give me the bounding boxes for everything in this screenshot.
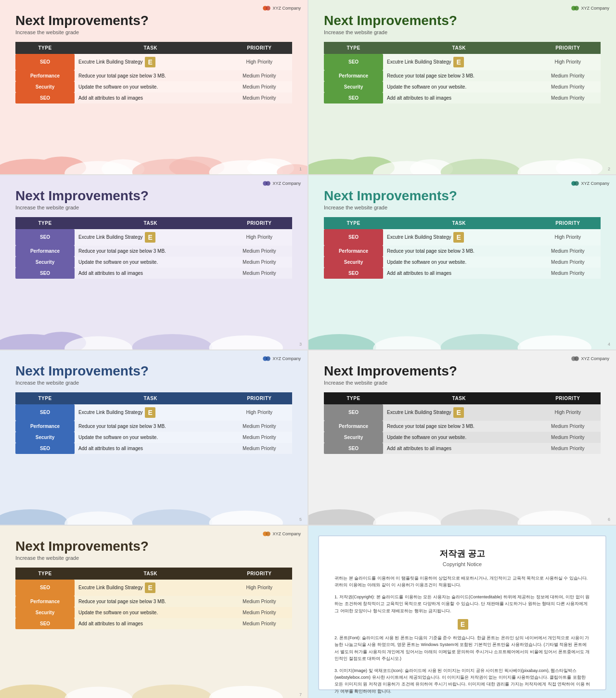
task-cell: Update the software on your website.	[383, 81, 535, 92]
table-row: Performance Reduce your total page size …	[324, 70, 601, 81]
slide-3-subtitle: Increase the website grade	[15, 205, 292, 210]
type-cell: Security	[324, 81, 383, 92]
logo-text-3: XYZ Company	[272, 181, 301, 186]
priority-cell: Medium Priority	[227, 268, 292, 279]
type-cell: SEO	[15, 618, 75, 629]
priority-cell: Medium Priority	[227, 92, 292, 103]
priority-cell: Medium Priority	[227, 81, 292, 92]
slide-2-subtitle: Increase the website grade	[324, 29, 601, 35]
cloud-decoration-3	[0, 323, 308, 349]
col-priority-7: PRIORITY	[227, 568, 292, 580]
task-cell: Reduce your total page size below 3 MB.	[383, 70, 535, 81]
slide-8-copyright: 저작권 공고 Copyright Notice 귀하는 본 슬라이드를 이용하여…	[308, 526, 616, 698]
task-cell: Excutre Link Building Strategy E	[383, 404, 535, 421]
col-priority-5: PRIORITY	[227, 392, 292, 404]
cloud-decoration-1	[0, 148, 308, 174]
slide-7-title: Next Improvements?	[15, 539, 292, 554]
task-cell: Update the software on your website.	[75, 432, 227, 443]
col-task-2: TASK	[383, 42, 535, 54]
slide-2-title: Next Improvements?	[324, 13, 601, 28]
type-cell: Performance	[324, 246, 383, 257]
table-row: SEO Add alt attributes to all images Med…	[324, 268, 601, 279]
type-cell: SEO	[15, 229, 75, 246]
table-row: Performance Reduce your total page size …	[15, 596, 292, 607]
task-cell: Update the software on your website.	[383, 257, 535, 268]
logo-1: XYZ Company	[262, 5, 301, 12]
priority-cell: High Priority	[227, 580, 292, 596]
priority-cell: Medium Priority	[535, 443, 601, 454]
copyright-text-3: 3. 이미지(Image) 및 색채코드(Icon): 슬라이드에 사용 된 이…	[334, 668, 590, 694]
page-num-5: 5	[299, 517, 302, 522]
col-type-2: TYPE	[324, 42, 383, 54]
task-cell: Excutre Link Building Strategy E	[383, 54, 535, 70]
svg-point-44	[518, 511, 591, 525]
slide-1-table: TYPE TASK PRIORITY SEO Excutre Link Buil…	[15, 42, 292, 103]
table-row: SEO Add alt attributes to all images Med…	[15, 618, 292, 629]
page-num-7: 7	[299, 692, 302, 697]
type-cell: Performance	[324, 70, 383, 81]
col-priority-4: PRIORITY	[535, 217, 601, 229]
logo-text-7: XYZ Company	[272, 531, 301, 536]
logo-icon-2	[571, 5, 579, 12]
type-cell: SEO	[15, 92, 75, 103]
priority-cell: High Priority	[535, 404, 601, 421]
task-cell: Reduce your total page size below 3 MB.	[75, 70, 227, 81]
priority-cell: Medium Priority	[227, 443, 292, 454]
task-cell: Excutre Link Building Strategy E	[383, 229, 535, 246]
deco-icon: E	[453, 232, 464, 243]
priority-cell: Medium Priority	[227, 596, 292, 607]
col-task-3: TASK	[75, 217, 227, 229]
slide-6-table: TYPE TASK PRIORITY SEO Excutre Link Buil…	[324, 392, 601, 454]
table-row: Security Update the software on your web…	[15, 257, 292, 268]
logo-5: XYZ Company	[262, 355, 301, 362]
svg-point-35	[0, 509, 68, 525]
svg-point-12	[575, 6, 579, 11]
svg-point-32	[518, 336, 591, 349]
cloud-decoration-7	[0, 673, 308, 698]
task-cell: Excutre Link Building Strategy E	[75, 229, 227, 246]
table-row: Security Update the software on your web…	[15, 432, 292, 443]
task-cell: Add alt attributes to all images	[383, 443, 535, 454]
task-cell: Update the software on your website.	[75, 257, 227, 268]
copyright-text-2: 2. 폰트(Font): 슬라이드에 사용 된 폰트는 다음의 기준을 준수 하…	[334, 635, 590, 661]
type-cell: Security	[324, 257, 383, 268]
priority-cell: High Priority	[227, 229, 292, 246]
type-cell: Performance	[324, 421, 383, 432]
logo-text-2: XYZ Company	[581, 6, 609, 11]
priority-cell: Medium Priority	[227, 607, 292, 618]
type-cell: SEO	[15, 580, 75, 596]
task-cell: Reduce your total page size below 3 MB.	[75, 421, 227, 432]
col-task-4: TASK	[383, 217, 535, 229]
table-row: Performance Reduce your total page size …	[324, 246, 601, 257]
logo-icon-3	[262, 180, 271, 187]
col-priority-6: PRIORITY	[535, 392, 601, 404]
slide-5-subtitle: Increase the website grade	[15, 380, 292, 386]
slide-4-subtitle: Increase the website grade	[324, 205, 601, 210]
logo-6: XYZ Company	[571, 355, 609, 362]
task-cell: Reduce your total page size below 3 MB.	[383, 421, 535, 432]
task-cell: Add alt attributes to all images	[75, 92, 227, 103]
col-type-6: TYPE	[324, 392, 383, 404]
priority-cell: Medium Priority	[535, 81, 601, 92]
type-cell: SEO	[324, 268, 383, 279]
col-task-1: TASK	[75, 42, 227, 54]
type-cell: Security	[15, 81, 75, 92]
logo-text-4: XYZ Company	[581, 181, 609, 186]
priority-cell: Medium Priority	[227, 432, 292, 443]
type-cell: Security	[15, 432, 75, 443]
priority-cell: High Priority	[227, 54, 292, 70]
cloud-decoration-6	[308, 498, 616, 525]
svg-point-36	[64, 512, 132, 525]
slide-5-table: TYPE TASK PRIORITY SEO Excutre Link Buil…	[15, 392, 292, 454]
col-priority-3: PRIORITY	[227, 217, 292, 229]
svg-point-26	[209, 336, 283, 349]
col-task-5: TASK	[75, 392, 227, 404]
slide-5-title: Next Improvements?	[15, 364, 292, 379]
copyright-section-intro: 귀하는 본 슬라이드를 이용하여 이 탬플릿을 이용하여 상업적으로 배포하시거…	[334, 575, 590, 589]
table-row: Security Update the software on your web…	[15, 607, 292, 618]
logo-7: XYZ Company	[262, 530, 301, 537]
slide-1-subtitle: Increase the website grade	[15, 29, 292, 35]
slide-4-table: TYPE TASK PRIORITY SEO Excutre Link Buil…	[324, 217, 601, 279]
priority-cell: Medium Priority	[535, 432, 601, 443]
svg-point-21	[266, 181, 271, 186]
